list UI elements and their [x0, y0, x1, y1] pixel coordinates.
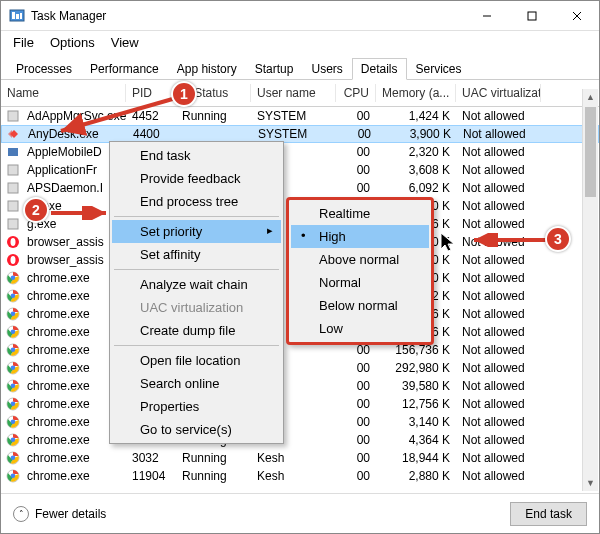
process-icon: [5, 450, 21, 466]
priority-realtime[interactable]: Realtime: [291, 202, 429, 225]
cell-pid: 11904: [126, 469, 176, 483]
priority-low[interactable]: Low: [291, 317, 429, 340]
cell-uac: Not allowed: [456, 469, 541, 483]
cell-cpu: 00: [336, 109, 376, 123]
tab-services[interactable]: Services: [407, 58, 471, 80]
minimize-button[interactable]: [464, 1, 509, 31]
cell-cpu: 00: [336, 451, 376, 465]
tab-details[interactable]: Details: [352, 58, 407, 80]
cell-uac: Not allowed: [456, 289, 541, 303]
priority-submenu: Realtime High Above normal Normal Below …: [286, 197, 434, 345]
cell-name: AdAppMgrSvc.exe: [21, 109, 126, 123]
table-row[interactable]: chrome.exe7532RunningKesh004,364 KNot al…: [1, 431, 599, 449]
ctx-goto-services[interactable]: Go to service(s): [112, 418, 281, 441]
svg-rect-11: [8, 183, 18, 193]
col-user[interactable]: User name: [251, 84, 336, 102]
close-button[interactable]: [554, 1, 599, 31]
process-icon: [5, 306, 21, 322]
svg-point-17: [11, 256, 16, 264]
priority-above[interactable]: Above normal: [291, 248, 429, 271]
vertical-scrollbar[interactable]: ▲ ▼: [582, 89, 598, 491]
maximize-button[interactable]: [509, 1, 554, 31]
menu-file[interactable]: File: [7, 33, 40, 52]
ctx-dump[interactable]: Create dump file: [112, 319, 281, 342]
ctx-analyze[interactable]: Analyze wait chain: [112, 273, 281, 296]
table-row[interactable]: AppleMobileD002,320 KNot allowed: [1, 143, 599, 161]
ctx-set-affinity[interactable]: Set affinity: [112, 243, 281, 266]
cell-pid: 4452: [126, 109, 176, 123]
cell-pid: 3032: [126, 451, 176, 465]
cell-uac: Not allowed: [456, 271, 541, 285]
tab-processes[interactable]: Processes: [7, 58, 81, 80]
process-icon: [5, 378, 21, 394]
ctx-search-online[interactable]: Search online: [112, 372, 281, 395]
cell-mem: 1,424 K: [376, 109, 456, 123]
cell-mem: 39,580 K: [376, 379, 456, 393]
cell-status: Running: [176, 109, 251, 123]
priority-high[interactable]: High: [291, 225, 429, 248]
table-row[interactable]: APSDaemon.IKesh006,092 KNot allowed: [1, 179, 599, 197]
priority-below[interactable]: Below normal: [291, 294, 429, 317]
cell-uac: Not allowed: [456, 307, 541, 321]
col-name[interactable]: Name: [1, 84, 126, 102]
cell-mem: 12,756 K: [376, 397, 456, 411]
scroll-down-icon[interactable]: ▼: [583, 475, 598, 491]
table-header: Name PID ▲ Status User name CPU Memory (…: [1, 80, 599, 107]
table-row[interactable]: chrome.exe2960RunningKesh0012,756 KNot a…: [1, 395, 599, 413]
tab-apphistory[interactable]: App history: [168, 58, 246, 80]
menu-options[interactable]: Options: [44, 33, 101, 52]
table-row[interactable]: chrome.exeKesh00292,980 KNot allowed: [1, 359, 599, 377]
table-row[interactable]: chrome.exe3032RunningKesh0018,944 KNot a…: [1, 449, 599, 467]
svg-rect-5: [528, 12, 536, 20]
cell-uac: Not allowed: [456, 253, 541, 267]
table-row[interactable]: AnyDesk.exe4400SYSTEM003,900 KNot allowe…: [1, 125, 599, 143]
svg-rect-1: [12, 12, 15, 19]
process-icon: [5, 396, 21, 412]
chevron-up-icon: ˄: [13, 506, 29, 522]
col-mem[interactable]: Memory (a...: [376, 84, 456, 102]
taskmanager-icon: [9, 8, 25, 24]
tab-users[interactable]: Users: [302, 58, 351, 80]
table-row[interactable]: chrome.exeKesh0039,580 KNot allowed: [1, 377, 599, 395]
priority-normal[interactable]: Normal: [291, 271, 429, 294]
scroll-thumb[interactable]: [585, 107, 596, 197]
fewer-details-button[interactable]: ˄ Fewer details: [13, 506, 106, 522]
cell-mem: 156,736 K: [376, 343, 456, 357]
cell-name: chrome.exe: [21, 451, 126, 465]
cell-uac: Not allowed: [456, 343, 541, 357]
cell-cpu: 00: [336, 145, 376, 159]
ctx-properties[interactable]: Properties: [112, 395, 281, 418]
ctx-provide-feedback[interactable]: Provide feedback: [112, 167, 281, 190]
col-pid[interactable]: PID: [126, 84, 176, 102]
cell-mem: 3,140 K: [376, 415, 456, 429]
scroll-up-icon[interactable]: ▲: [583, 89, 598, 105]
col-uac[interactable]: UAC virtualizat...: [456, 84, 541, 102]
cell-cpu: 00: [336, 361, 376, 375]
col-cpu[interactable]: CPU: [336, 84, 376, 102]
cell-status: Running: [176, 469, 251, 483]
cell-mem: 2,880 K: [376, 469, 456, 483]
cell-uac: Not allowed: [456, 433, 541, 447]
table-row[interactable]: chrome.exe11904RunningKesh002,880 KNot a…: [1, 467, 599, 485]
ctx-end-task[interactable]: End task: [112, 144, 281, 167]
tab-performance[interactable]: Performance: [81, 58, 168, 80]
cell-uac: Not allowed: [456, 217, 541, 231]
menubar: File Options View: [1, 31, 599, 53]
end-task-button[interactable]: End task: [510, 502, 587, 526]
table-row[interactable]: chrome.exe2652RunningKesh003,140 KNot al…: [1, 413, 599, 431]
cell-cpu: 00: [337, 127, 377, 141]
tab-startup[interactable]: Startup: [246, 58, 303, 80]
process-icon: [5, 252, 21, 268]
ctx-end-tree[interactable]: End process tree: [112, 190, 281, 213]
ctx-set-priority[interactable]: Set priority: [112, 220, 281, 243]
table-row[interactable]: AdAppMgrSvc.exe4452RunningSYSTEM001,424 …: [1, 107, 599, 125]
table-row[interactable]: ApplicationFrKesh003,608 KNot allowed: [1, 161, 599, 179]
cell-cpu: 00: [336, 163, 376, 177]
process-icon: [5, 198, 21, 214]
ctx-open-location[interactable]: Open file location: [112, 349, 281, 372]
cell-cpu: 00: [336, 181, 376, 195]
cell-cpu: 00: [336, 469, 376, 483]
svg-rect-3: [20, 13, 22, 19]
menu-view[interactable]: View: [105, 33, 145, 52]
cell-uac: Not allowed: [456, 415, 541, 429]
